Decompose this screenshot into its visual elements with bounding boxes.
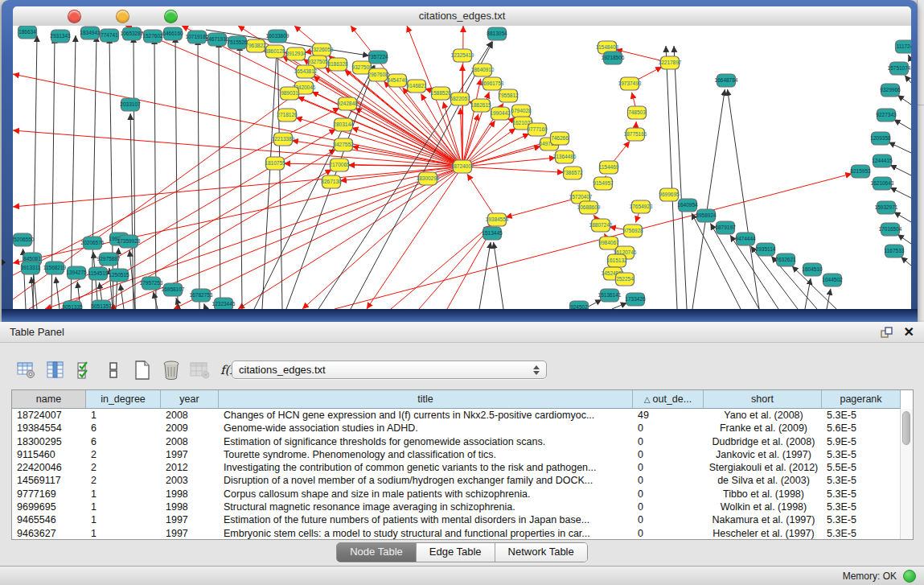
cell-in_degree[interactable]: 1 (86, 488, 161, 501)
graph-node[interactable]: 16033809 (266, 30, 290, 43)
graph-node[interactable]: 6466160 (162, 27, 183, 40)
cell-short[interactable]: Nakamura et al. (1997) (704, 513, 822, 526)
graph-edge[interactable] (154, 38, 156, 309)
graph-node[interactable]: 9329966 (880, 84, 901, 97)
graph-node[interactable]: 9699695 (659, 188, 680, 201)
cell-pagerank[interactable]: 5.3E-5 (822, 513, 901, 526)
graph-edge[interactable] (174, 167, 462, 309)
graph-node[interactable]: 16782753 (190, 289, 213, 302)
graph-node[interactable]: 15932971 (875, 201, 898, 214)
cell-name[interactable]: 9699695 (12, 501, 86, 513)
graph-node[interactable]: 8813054 (487, 27, 507, 40)
graph-node[interactable]: 8454749 (387, 74, 408, 87)
cell-short[interactable]: Dudbridge et al. (2008) (704, 435, 822, 448)
graph-node[interactable]: 21364486 (553, 150, 577, 163)
cell-out_de[interactable]: 49 (633, 409, 704, 422)
cell-short[interactable]: Jankovic et al. (1997) (704, 448, 822, 461)
graph-edge[interactable] (45, 167, 462, 309)
graph-node[interactable]: 774741 (101, 29, 119, 42)
cell-title[interactable]: Changes of HCN gene expression and I(f) … (219, 409, 633, 422)
graph-node[interactable]: 2935114 (756, 243, 776, 256)
graph-node[interactable]: 186634 (18, 26, 37, 39)
cell-out_de[interactable]: 0 (633, 448, 704, 461)
graph-node[interactable]: 14671938 (206, 33, 229, 46)
column-header-out_de[interactable]: △out_de... (633, 390, 704, 409)
tab-node-table[interactable]: Node Table (337, 543, 417, 562)
cell-in_degree[interactable]: 6 (86, 435, 161, 448)
graph-edge[interactable] (13, 167, 462, 263)
cell-title[interactable]: Estimation of the future numbers of pati… (219, 513, 633, 526)
graph-node[interactable]: 1810755 (265, 157, 285, 170)
graph-node[interactable]: 2170065 (329, 159, 350, 171)
graph-node[interactable]: 1167533 (885, 245, 905, 257)
tab-network-table[interactable]: Network Table (495, 543, 587, 562)
graph-node[interactable]: 1527602 (142, 30, 163, 43)
cell-name[interactable]: 22420046 (12, 461, 86, 474)
table-chooser-dropdown[interactable]: citations_edges.txt (232, 360, 547, 379)
graph-node[interactable]: 111724 (896, 40, 912, 53)
graph-edge[interactable] (355, 108, 462, 167)
graph-edge[interactable] (175, 36, 178, 309)
graph-node[interactable]: 5051357 (91, 300, 112, 309)
graph-edge[interactable] (901, 257, 911, 266)
graph-node[interactable]: 8912934 (285, 47, 306, 60)
graph-edge[interactable] (154, 292, 158, 309)
graph-edge[interactable] (109, 37, 113, 309)
cell-year[interactable]: 2008 (161, 409, 219, 422)
graph-edge[interactable] (612, 303, 627, 309)
scrollbar-thumb[interactable] (902, 411, 910, 445)
cell-out_de[interactable]: 0 (633, 513, 704, 526)
cell-year[interactable]: 1997 (161, 513, 219, 526)
cell-pagerank[interactable]: 5.3E-5 (822, 448, 901, 461)
graph-node[interactable]: 1394275 (66, 266, 87, 279)
graph-node[interactable]: 19384554 (486, 213, 509, 226)
graph-edge[interactable] (238, 167, 462, 309)
graph-node[interactable]: 2718126 (277, 109, 298, 122)
graph-edge[interactable] (805, 278, 811, 309)
graph-node[interactable]: 6794028 (511, 105, 532, 117)
graph-node[interactable]: 12325419 (451, 49, 474, 62)
graph-edge[interactable] (462, 167, 564, 172)
graph-node[interactable]: 1615132 (606, 254, 627, 267)
cell-out_de[interactable]: 0 (633, 488, 704, 501)
graph-node[interactable]: 1834941 (80, 27, 101, 39)
graph-node[interactable]: 7632621 (775, 253, 796, 266)
row-height-button[interactable] (101, 358, 125, 382)
table-row[interactable]: 946362711997Embryonic stem cells: a mode… (12, 527, 913, 540)
graph-edge[interactable] (897, 95, 911, 105)
graph-node[interactable]: 8958924 (696, 209, 717, 222)
graph-node[interactable]: 1733426 (625, 293, 646, 306)
cell-year[interactable]: 2008 (161, 435, 219, 448)
graph-edge[interactable] (506, 197, 581, 217)
cell-in_degree[interactable]: 2 (86, 448, 161, 461)
graph-edge[interactable] (890, 165, 911, 175)
table-row[interactable]: 1872400712008Changes of HCN gene express… (12, 409, 913, 422)
cell-name[interactable]: 18300295 (12, 435, 86, 448)
table-row[interactable]: 946554611997Estimation of the future num… (12, 513, 913, 526)
cell-in_degree[interactable]: 1 (86, 513, 161, 526)
graph-node[interactable]: 17016504 (879, 223, 902, 236)
graph-edge[interactable] (204, 303, 206, 309)
graph-node[interactable]: 9777169 (527, 123, 548, 136)
graph-node[interactable]: 7357224 (368, 51, 388, 64)
graph-node[interactable]: 7963822 (245, 39, 266, 52)
graph-node[interactable]: 15136141 (598, 289, 622, 302)
graph-edge[interactable] (277, 45, 282, 309)
graph-node[interactable]: 9474444 (735, 233, 756, 245)
cell-year[interactable]: 1998 (161, 501, 219, 513)
cell-out_de[interactable]: 0 (633, 527, 704, 540)
cell-title[interactable]: Embryonic stem cells: a model to study s… (219, 527, 633, 540)
cell-pagerank[interactable]: 5.3E-5 (822, 501, 901, 513)
graph-node[interactable]: 1588520 (430, 87, 451, 100)
cell-pagerank[interactable]: 5.3E-5 (822, 409, 901, 422)
graph-node[interactable]: 9154957 (593, 177, 614, 190)
graph-node[interactable]: 10688609 (577, 201, 601, 214)
cell-year[interactable]: 2003 (161, 474, 219, 487)
graph-node[interactable]: 746266 (551, 132, 569, 145)
graph-edge[interactable] (198, 39, 199, 309)
graph-edge[interactable] (827, 289, 831, 309)
cell-out_de[interactable]: 0 (633, 422, 704, 435)
column-header-name[interactable]: name (12, 390, 86, 409)
graph-edge[interactable] (692, 89, 725, 309)
graph-node[interactable]: 6822057 (450, 93, 470, 105)
